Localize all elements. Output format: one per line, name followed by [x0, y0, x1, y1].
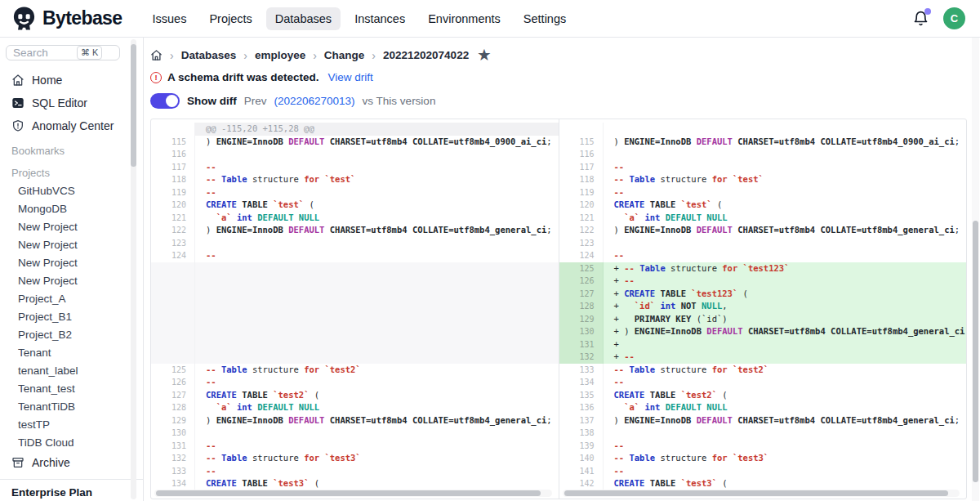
bytebase-logo[interactable]: Bytebase — [11, 6, 122, 31]
avatar[interactable]: C — [943, 7, 965, 29]
code-token: -- — [614, 377, 625, 387]
line-number: 117 — [151, 161, 195, 174]
line-number: 138 — [559, 427, 604, 440]
code-token: -- — [206, 441, 216, 450]
sidebar-project-testtp[interactable]: testTP — [0, 415, 143, 433]
code-line: -- Table structure for `test2` — [195, 364, 559, 377]
nav-item-databases[interactable]: Databases — [266, 7, 341, 30]
sidebar-project-new-project[interactable]: New Project — [0, 253, 143, 271]
code-line: -- — [195, 465, 559, 478]
nav-item-issues[interactable]: Issues — [143, 7, 195, 30]
code-line — [195, 338, 559, 351]
sidebar-item-label: Home — [32, 74, 62, 87]
line-number: 127 — [151, 389, 195, 402]
sidebar-project-project-a[interactable]: Project_A — [0, 289, 143, 307]
code-line: `a` int DEFAULT NULL — [604, 212, 967, 225]
diff-row: 117-- — [559, 161, 967, 174]
diff-row: 119-- — [151, 186, 559, 199]
home-icon[interactable] — [150, 49, 163, 61]
diff-row — [559, 123, 967, 136]
code-token: `a` — [624, 212, 639, 222]
breadcrumb-item-employee[interactable]: employee — [255, 49, 305, 61]
sidebar-project-tenanttidb[interactable]: TenantTiDB — [0, 397, 143, 415]
code-token: CHARSET=utf8mb4 — [748, 326, 826, 336]
sidebar-project-new-project[interactable]: New Project — [0, 217, 143, 235]
diff-viewer: @@ -115,20 +115,28 @@115) ENGINE=InnoDB … — [150, 119, 967, 499]
diff-row: 123 — [151, 237, 559, 250]
notification-bell-icon[interactable] — [912, 10, 930, 28]
breadcrumb-item-change[interactable]: Change — [324, 49, 365, 61]
sidebar-item-archive[interactable]: Archive — [0, 451, 143, 474]
left-horizontal-scrollbar[interactable] — [154, 490, 552, 497]
code-line: -- Table structure for `test2` — [604, 364, 967, 377]
bookmark-star-icon[interactable]: ★ — [478, 48, 490, 62]
diff-row — [151, 262, 559, 275]
sidebar-project-project-b2[interactable]: Project_B2 — [0, 325, 143, 343]
sidebar-project-new-project[interactable]: New Project — [0, 271, 143, 289]
nav-item-environments[interactable]: Environments — [419, 7, 510, 30]
sidebar-project-new-project[interactable]: New Project — [0, 235, 143, 253]
search-shortcut: ⌘ K — [77, 46, 102, 60]
view-drift-link[interactable]: View drift — [328, 71, 373, 83]
diff-row: 126-- — [151, 376, 559, 389]
nav-item-settings[interactable]: Settings — [514, 7, 575, 30]
code-token: COLLATE=utf8mb4_general_ci — [820, 415, 954, 425]
code-token: Table — [221, 174, 247, 184]
code-token: @@ -115,20 +115,28 @@ — [206, 123, 314, 133]
code-token: ) — [206, 415, 216, 425]
sidebar-project-githubvcs[interactable]: GitHubVCS — [0, 181, 143, 199]
search-input[interactable] — [13, 47, 77, 59]
line-number — [151, 325, 195, 338]
breadcrumb-item-20221202074022[interactable]: 20221202074022 — [383, 49, 469, 61]
diff-row: 128+ `id` int NOT NULL, — [559, 300, 967, 313]
sidebar-project-project-b1[interactable]: Project_B1 — [0, 307, 143, 325]
page-scrollbar[interactable] — [972, 38, 979, 501]
line-number: 115 — [559, 136, 604, 149]
code-line — [195, 313, 559, 326]
nav-item-projects[interactable]: Projects — [200, 7, 261, 30]
code-token: ( — [309, 390, 319, 400]
line-number: 130 — [151, 427, 195, 440]
diff-row: 133-- Table structure for `test2` — [559, 364, 967, 377]
prev-version-link[interactable]: (202206270013) — [274, 95, 355, 107]
sidebar-project-tidb-cloud[interactable]: TiDB Cloud — [0, 433, 143, 451]
code-token: NULL — [702, 301, 722, 311]
nav-item-instances[interactable]: Instances — [345, 7, 414, 30]
sidebar: ⌘ K HomeSQL EditorAnomaly Center Bookmar… — [0, 38, 144, 501]
sidebar-item-home[interactable]: Home — [0, 69, 143, 92]
diff-row: 124-- — [151, 249, 559, 262]
line-number: 120 — [559, 199, 604, 212]
sidebar-project-tenant-label[interactable]: tenant_label — [0, 361, 143, 379]
code-token: structure — [655, 174, 712, 184]
search-box[interactable]: ⌘ K — [6, 45, 120, 60]
breadcrumb-item-databases[interactable]: Databases — [181, 49, 237, 61]
prev-label: Prev — [244, 95, 267, 107]
line-number: 123 — [559, 237, 604, 250]
code-line: -- — [604, 186, 967, 199]
code-token: + — [614, 314, 635, 324]
sidebar-scrollbar[interactable] — [131, 39, 136, 499]
diff-row: 131+ — [559, 338, 967, 351]
code-token: ENGINE=InnoDB — [635, 326, 702, 336]
sidebar-project-tenant[interactable]: Tenant — [0, 343, 143, 361]
diff-row: 128 `a` int DEFAULT NULL — [151, 401, 559, 414]
show-diff-label: Show diff — [187, 95, 237, 107]
line-number: 123 — [151, 237, 195, 250]
sidebar-item-sql-editor[interactable]: SQL Editor — [0, 92, 143, 114]
code-token: -- — [624, 351, 635, 361]
code-token: structure — [655, 365, 712, 374]
sidebar-item-anomaly-center[interactable]: Anomaly Center — [0, 114, 143, 137]
show-diff-toggle[interactable] — [150, 93, 180, 109]
sidebar-project-tenant-test[interactable]: Tenant_test — [0, 379, 143, 397]
code-token: ENGINE=InnoDB — [624, 136, 691, 146]
line-number — [151, 313, 195, 326]
code-token: DEFAULT — [288, 225, 324, 235]
diff-row: 129) ENGINE=InnoDB DEFAULT CHARSET=utf8m… — [151, 414, 559, 427]
sidebar-project-mongodb[interactable]: MongoDB — [0, 199, 143, 217]
top-navbar: Bytebase IssuesProjectsDatabasesInstance… — [0, 0, 980, 38]
right-horizontal-scrollbar[interactable] — [563, 490, 960, 497]
sidebar-item-label: Anomaly Center — [32, 119, 114, 132]
code-token: -- — [206, 162, 216, 172]
code-token: CREATE — [206, 390, 237, 400]
code-token: -- — [206, 453, 221, 463]
